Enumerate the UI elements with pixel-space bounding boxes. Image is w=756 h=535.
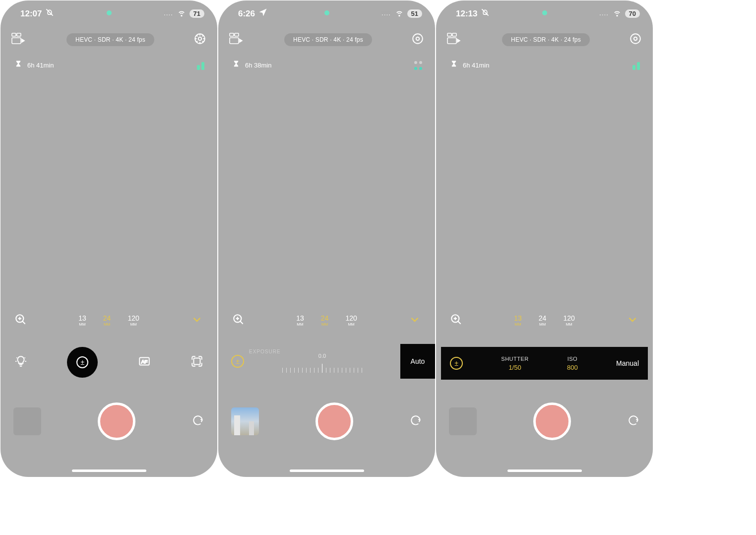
hourglass-icon (449, 60, 459, 71)
exposure-slider[interactable] (244, 362, 400, 373)
settings-gear-icon[interactable] (411, 32, 424, 47)
ev-button[interactable]: ± (67, 347, 98, 378)
battery-level: 71 (189, 9, 204, 18)
svg-point-5 (198, 37, 202, 41)
chevron-down-icon[interactable] (190, 313, 203, 328)
storage-remaining: 6h 41min (27, 62, 54, 69)
svg-rect-2 (12, 38, 21, 44)
record-button[interactable] (98, 402, 135, 440)
top-bar: HEVC · SDR · 4K · 24 fps (0, 22, 217, 49)
exposure-mode-button[interactable]: Manual (616, 359, 639, 367)
storage-row: 6h 41min (436, 49, 653, 71)
bottom-bar (218, 401, 435, 442)
location-icon (258, 7, 268, 20)
zoom-icon[interactable] (450, 313, 463, 328)
multicam-icon[interactable] (11, 31, 27, 49)
status-time: 12:07 (20, 9, 42, 19)
stabilization-icon[interactable] (190, 355, 203, 370)
exposure-panel: ± EXPOSURE 0.0 Auto (218, 344, 435, 379)
home-indicator[interactable] (290, 469, 364, 472)
svg-rect-0 (12, 33, 16, 36)
focal-13mm[interactable]: 13MM (78, 315, 86, 327)
svg-rect-12 (230, 38, 239, 44)
dynamic-island-indicator (542, 10, 547, 15)
cell-signal-icon: .... (599, 11, 609, 16)
svg-rect-9 (193, 358, 200, 365)
phone-screen-1: 12:07 .... 71 HEVC · SDR · 4K · 24 fps 6… (0, 0, 217, 477)
storage-remaining: 6h 41min (463, 62, 489, 69)
svg-point-20 (634, 37, 637, 41)
audio-level-icon (632, 61, 640, 70)
focal-13mm[interactable]: 13MM (296, 315, 304, 327)
bell-slash-icon (45, 7, 55, 20)
record-button[interactable] (315, 402, 353, 440)
svg-rect-10 (230, 33, 234, 36)
home-indicator[interactable] (72, 469, 146, 472)
bottom-bar (0, 401, 217, 442)
record-button[interactable] (533, 402, 571, 440)
top-bar: HEVC · SDR · 4K · 24 fps (436, 22, 653, 49)
focal-24mm[interactable]: 24MM (103, 315, 111, 327)
focal-24mm[interactable]: 24MM (321, 315, 329, 327)
focal-row: 13MM 24MM 120MM (218, 313, 435, 328)
lightbulb-icon[interactable] (14, 355, 27, 370)
svg-point-19 (630, 34, 640, 44)
multicam-icon[interactable] (229, 31, 245, 49)
bottom-bar (436, 401, 653, 442)
chevron-down-icon[interactable] (408, 313, 421, 328)
tool-row: ± AF (0, 347, 217, 378)
hourglass-icon (13, 60, 23, 71)
multicam-icon[interactable] (447, 31, 463, 49)
top-bar: HEVC · SDR · 4K · 24 fps (218, 22, 435, 49)
svg-rect-18 (447, 38, 456, 44)
focal-120mm[interactable]: 120MM (127, 315, 139, 327)
ev-button[interactable]: ± (450, 357, 463, 370)
dynamic-island-indicator (107, 10, 112, 15)
wifi-icon (394, 7, 404, 20)
focal-row: 13MM 24MM 120MM (436, 313, 653, 328)
autofocus-icon[interactable]: AF (138, 355, 151, 370)
cell-signal-icon: .... (381, 11, 391, 16)
battery-level: 70 (625, 9, 640, 18)
focal-13mm[interactable]: 13MM (514, 315, 522, 327)
storage-row: 6h 41min (0, 49, 217, 71)
gallery-thumbnail[interactable] (449, 407, 477, 435)
format-pill[interactable]: HEVC · SDR · 4K · 24 fps (502, 33, 590, 46)
gallery-thumbnail[interactable] (231, 407, 259, 435)
cell-signal-icon: .... (164, 11, 173, 16)
status-time: 6:26 (238, 9, 255, 19)
settings-gear-icon[interactable] (629, 32, 642, 47)
wifi-icon (177, 7, 187, 20)
format-pill[interactable]: HEVC · SDR · 4K · 24 fps (66, 33, 154, 46)
home-indicator[interactable] (507, 469, 582, 472)
shutter-control[interactable]: SHUTTER 1/50 (501, 356, 528, 371)
svg-rect-16 (447, 33, 451, 36)
settings-gear-icon[interactable] (193, 32, 206, 47)
exposure-mode-button[interactable]: Auto (400, 344, 435, 379)
zoom-icon[interactable] (14, 313, 27, 328)
flip-camera-icon[interactable] (627, 414, 640, 429)
flip-camera-icon[interactable] (409, 414, 422, 429)
svg-text:AF: AF (141, 359, 147, 364)
flip-camera-icon[interactable] (191, 414, 204, 429)
focal-row: 13MM 24MM 120MM (0, 313, 217, 328)
phone-screen-3: 12:13 .... 70 HEVC · SDR · 4K · 24 fps 6… (436, 0, 653, 477)
focal-120mm[interactable]: 120MM (345, 315, 357, 327)
storage-remaining: 6h 38min (245, 62, 271, 69)
format-pill[interactable]: HEVC · SDR · 4K · 24 fps (284, 33, 372, 46)
battery-level: 51 (407, 9, 422, 18)
exposure-value: 0.0 (244, 353, 400, 359)
dynamic-island-indicator (324, 10, 329, 15)
chevron-down-icon[interactable] (626, 313, 639, 328)
focal-24mm[interactable]: 24MM (539, 315, 547, 327)
audio-level-icon (414, 61, 422, 70)
iso-control[interactable]: ISO 800 (567, 356, 578, 371)
audio-level-icon (197, 61, 204, 70)
ev-button[interactable]: ± (231, 355, 244, 368)
svg-point-14 (416, 37, 420, 41)
plus-minus-icon: ± (76, 356, 88, 368)
status-time: 12:13 (456, 9, 477, 19)
focal-120mm[interactable]: 120MM (563, 315, 574, 327)
gallery-thumbnail[interactable] (13, 407, 41, 435)
zoom-icon[interactable] (232, 313, 245, 328)
